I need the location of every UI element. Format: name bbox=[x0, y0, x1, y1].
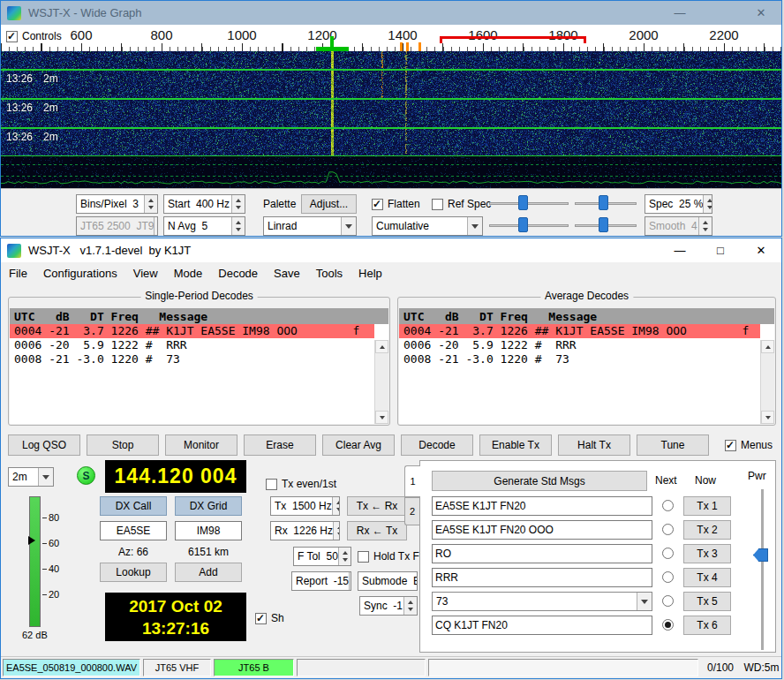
tab-1[interactable]: 1 bbox=[404, 465, 420, 497]
submode-spinner[interactable]: Submode B bbox=[358, 571, 418, 591]
report-spinner[interactable]: Report -15 bbox=[291, 571, 351, 591]
enable-tx-button[interactable]: Enable Tx bbox=[479, 434, 552, 456]
frequency-ruler[interactable]: 600 800 1000 1200 1400 1600 1800 2000 22… bbox=[1, 25, 781, 51]
gain-slider[interactable] bbox=[489, 194, 569, 212]
dx-grid-button[interactable]: DX Grid bbox=[175, 496, 242, 516]
decode-row[interactable]: 0006 -20 5.9 1222 # RRR bbox=[399, 338, 760, 352]
minimize-icon[interactable]: — bbox=[660, 238, 700, 262]
tx-message-6-radio[interactable] bbox=[662, 619, 674, 631]
tx-freq-spinner[interactable]: Tx 1500 Hz bbox=[270, 496, 340, 516]
generate-std-msgs-button[interactable]: Generate Std Msgs bbox=[432, 471, 647, 491]
add-button[interactable]: Add bbox=[175, 563, 242, 582]
dx-call-button[interactable]: DX Call bbox=[100, 496, 167, 516]
decode-row[interactable]: 0004 -21 3.7 1226 ## K1JT EA5SE IM98 OOO… bbox=[10, 324, 374, 338]
menu-file[interactable]: File bbox=[1, 264, 35, 283]
spinner-arrows-icon[interactable] bbox=[231, 195, 245, 213]
scrollbar[interactable] bbox=[760, 340, 774, 424]
monitor-button[interactable]: Monitor bbox=[165, 434, 237, 456]
dx-call-field[interactable] bbox=[100, 521, 167, 540]
lookup-button[interactable]: Lookup bbox=[100, 563, 167, 582]
sh-checkbox[interactable]: Sh bbox=[255, 612, 284, 624]
tx-message-3-field[interactable] bbox=[432, 544, 652, 563]
adjust-button[interactable]: Adjust... bbox=[301, 194, 357, 214]
scroll-up-icon[interactable] bbox=[375, 340, 388, 353]
clear-avg-button[interactable]: Clear Avg bbox=[322, 434, 395, 456]
spinner-arrows-icon[interactable] bbox=[349, 572, 351, 590]
tx-message-2-field[interactable] bbox=[432, 520, 652, 540]
band-combo[interactable]: 2m bbox=[8, 467, 54, 487]
menu-help[interactable]: Help bbox=[351, 264, 390, 283]
spinner-arrows-icon[interactable] bbox=[703, 195, 712, 213]
log-qso-button[interactable]: Log QSO bbox=[8, 434, 80, 456]
f-tol-spinner[interactable]: F Tol 50 bbox=[293, 547, 351, 566]
maximize-icon[interactable]: □ bbox=[700, 238, 741, 262]
sync-spinner[interactable]: Sync -1 bbox=[359, 596, 418, 616]
slider-handle[interactable] bbox=[518, 217, 528, 232]
tx-3-button[interactable]: Tx 3 bbox=[683, 544, 731, 563]
tx-from-rx-button[interactable]: Tx ← Rx bbox=[347, 496, 407, 516]
main-titlebar[interactable]: WSJT-X v1.7.1-devel by K1JT — □ ✕ bbox=[1, 238, 781, 262]
palette-combo[interactable]: Linrad bbox=[263, 216, 357, 236]
slider-handle[interactable] bbox=[518, 195, 528, 210]
menus-checkbox[interactable]: Menus bbox=[725, 439, 773, 451]
decode-row[interactable]: 0004 -21 3.7 1226 ## K1JT EA5SE IM98 OOO… bbox=[399, 324, 760, 338]
tx-message-1-radio[interactable] bbox=[662, 500, 674, 511]
slider-handle[interactable] bbox=[599, 195, 608, 210]
scroll-down-icon[interactable] bbox=[375, 411, 388, 424]
spinner-arrows-icon[interactable] bbox=[403, 597, 417, 615]
spinner-arrows-icon[interactable] bbox=[144, 195, 157, 213]
erase-button[interactable]: Erase bbox=[244, 434, 316, 456]
tx-message-4-field[interactable] bbox=[432, 568, 652, 587]
menu-decode[interactable]: Decode bbox=[210, 264, 266, 283]
menu-configurations[interactable]: Configurations bbox=[35, 264, 125, 283]
minimize-icon[interactable]: — bbox=[660, 1, 700, 25]
start-freq-spinner[interactable]: Start 400 Hz bbox=[163, 194, 245, 214]
decode-row[interactable]: 0006 -20 5.9 1222 # RRR bbox=[10, 338, 374, 352]
menu-save[interactable]: Save bbox=[266, 264, 308, 283]
ref-spec-checkbox[interactable]: Ref Spec bbox=[432, 198, 491, 210]
tx-message-2-radio[interactable] bbox=[662, 524, 674, 535]
scroll-down-icon[interactable] bbox=[761, 411, 774, 424]
slider-handle[interactable] bbox=[599, 217, 608, 232]
scrollbar[interactable] bbox=[374, 340, 388, 424]
bins-per-pixel-spinner[interactable]: Bins/Pixel 3 bbox=[76, 194, 158, 214]
spinner-arrows-icon[interactable] bbox=[332, 497, 340, 515]
zero2-slider[interactable] bbox=[575, 216, 637, 234]
tune-button[interactable]: Tune bbox=[637, 434, 709, 456]
pwr-slider-groove[interactable] bbox=[761, 489, 764, 650]
tx-message-5-combo[interactable]: 73 bbox=[432, 592, 652, 611]
tab-2[interactable]: 2 bbox=[404, 497, 419, 525]
flatten-checkbox[interactable]: Flatten bbox=[372, 198, 420, 210]
tx-2-button[interactable]: Tx 2 bbox=[683, 520, 731, 540]
controls-checkbox[interactable]: Controls bbox=[6, 30, 67, 42]
menu-tools[interactable]: Tools bbox=[308, 264, 351, 283]
decode-row[interactable]: 0008 -21 -3.0 1220 # 73 bbox=[10, 352, 374, 366]
spec-percent-spinner[interactable]: Spec 25 % bbox=[645, 194, 712, 214]
tx-1-button[interactable]: Tx 1 bbox=[683, 496, 731, 516]
tx-6-button[interactable]: Tx 6 bbox=[683, 616, 731, 635]
spinner-arrows-icon[interactable] bbox=[333, 522, 340, 540]
tx-message-6-field[interactable] bbox=[432, 616, 652, 635]
tx-5-button[interactable]: Tx 5 bbox=[683, 592, 731, 611]
close-icon[interactable]: ✕ bbox=[741, 238, 781, 262]
zero-slider[interactable] bbox=[575, 194, 637, 212]
tx-message-3-radio[interactable] bbox=[662, 548, 674, 559]
dx-grid-field[interactable] bbox=[175, 521, 242, 540]
rx-freq-spinner[interactable]: Rx 1226 Hz bbox=[270, 521, 340, 540]
waterfall-display[interactable] bbox=[1, 51, 781, 188]
menu-view[interactable]: View bbox=[125, 264, 166, 283]
stop-button[interactable]: Stop bbox=[87, 434, 159, 456]
display-mode-combo[interactable]: Cumulative bbox=[372, 216, 483, 236]
tx-message-4-radio[interactable] bbox=[662, 571, 674, 583]
scroll-up-icon[interactable] bbox=[761, 340, 774, 353]
wide-graph-titlebar[interactable]: WSJT-X - Wide Graph — ✕ bbox=[1, 1, 781, 25]
spinner-arrows-icon[interactable] bbox=[231, 217, 245, 235]
tx-message-1-field[interactable] bbox=[432, 496, 652, 516]
gain2-slider[interactable] bbox=[489, 216, 569, 234]
decode-button[interactable]: Decode bbox=[401, 434, 473, 456]
tx-even-checkbox[interactable]: Tx even/1st bbox=[266, 478, 336, 490]
menu-mode[interactable]: Mode bbox=[166, 264, 211, 283]
spinner-arrows-icon[interactable] bbox=[338, 548, 351, 565]
tx-4-button[interactable]: Tx 4 bbox=[683, 568, 731, 587]
n-avg-spinner[interactable]: N Avg 5 bbox=[163, 216, 245, 236]
